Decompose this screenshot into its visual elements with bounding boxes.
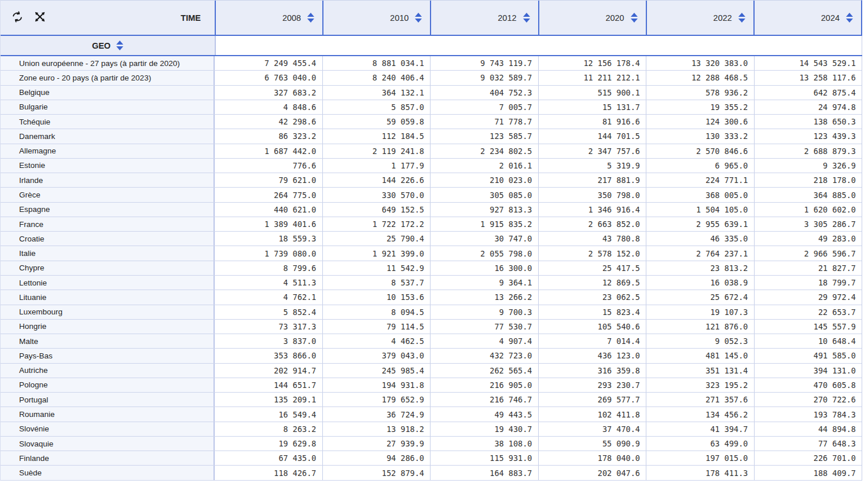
geo-cell: Malte: [1, 334, 215, 348]
sort-asc-arrow: [415, 13, 422, 17]
sort-asc-arrow: [738, 13, 745, 17]
value-cell: 327 683.2: [215, 86, 322, 100]
value-cell: 37 470.4: [538, 422, 646, 436]
value-cell: 22 653.7: [754, 305, 862, 319]
geo-cell: Lituanie: [1, 290, 215, 304]
geo-cell: Danemark: [1, 129, 215, 143]
table-row: Slovénie 8 263.2 13 918.2 19 430.7 37 47…: [1, 422, 862, 437]
value-cell: 59 059.8: [322, 115, 431, 129]
value-cell: 44 894.8: [754, 422, 862, 436]
time-header-row: TIME 2008 2010 2012 2020 2022 2024: [1, 0, 862, 36]
value-cell: 642 875.4: [754, 86, 862, 100]
value-cell: 16 038.9: [646, 276, 754, 290]
sort-desc-arrow: [307, 19, 314, 23]
column-header-2024[interactable]: 2024: [753, 1, 861, 35]
value-cell: 264 775.0: [215, 188, 322, 202]
value-cell: 42 298.6: [215, 115, 322, 129]
value-cell: 81 916.6: [538, 115, 646, 129]
value-cell: 12 156 178.4: [538, 56, 646, 70]
value-cell: 38 108.0: [430, 437, 538, 451]
value-cell: 217 881.9: [538, 173, 646, 187]
value-cell: 8 881 034.1: [322, 56, 431, 70]
geo-cell: Portugal: [1, 393, 215, 407]
geo-cell: Allemagne: [1, 144, 215, 158]
column-header-2012[interactable]: 2012: [430, 1, 538, 35]
value-cell: 178 040.0: [538, 451, 646, 465]
geo-cell: Union européenne - 27 pays (à partir de …: [1, 56, 215, 70]
value-cell: 25 417.5: [538, 261, 646, 275]
geo-cell: Zone euro - 20 pays (à partir de 2023): [1, 71, 215, 85]
geo-cell: Slovaquie: [1, 437, 215, 451]
geo-cell: Irlande: [1, 173, 215, 187]
sort-icon[interactable]: [116, 41, 123, 50]
value-cell: 9 326.9: [754, 159, 862, 173]
value-cell: 9 364.1: [430, 276, 538, 290]
sort-icon[interactable]: [846, 13, 853, 23]
value-cell: 11 542.9: [322, 261, 431, 275]
value-cell: 364 885.0: [754, 188, 862, 202]
table-row: Estonie 776.6 1 177.9 2 016.1 5 319.9 6 …: [1, 159, 862, 173]
value-cell: 515 900.1: [538, 86, 646, 100]
year-label: 2020: [605, 13, 624, 23]
table-row: Autriche 202 914.7 245 985.4 262 565.4 3…: [1, 364, 862, 378]
value-cell: 226 701.0: [754, 451, 862, 465]
value-cell: 12 288 468.5: [646, 71, 754, 85]
pivot-swap-icon: [11, 10, 24, 25]
value-cell: 11 211 212.1: [538, 71, 646, 85]
value-cell: 14 543 529.1: [754, 56, 862, 70]
column-header-2010[interactable]: 2010: [322, 1, 430, 35]
table-row: Italie 1 739 080.0 1 921 399.0 2 055 798…: [1, 246, 862, 261]
table-row: Pologne 144 651.7 194 931.8 216 905.0 29…: [1, 378, 862, 393]
value-cell: 216 905.0: [430, 378, 538, 392]
value-cell: 1 739 080.0: [215, 246, 322, 260]
column-header-2020[interactable]: 2020: [538, 1, 646, 35]
geo-cell: Slovénie: [1, 422, 215, 436]
geo-cell: Grèce: [1, 188, 215, 202]
value-cell: 19 107.3: [646, 305, 754, 319]
value-cell: 130 333.2: [646, 129, 754, 143]
value-cell: 144 701.5: [538, 129, 646, 143]
sort-icon[interactable]: [738, 13, 745, 23]
value-cell: 197 015.0: [646, 451, 754, 465]
value-cell: 4 511.3: [215, 276, 322, 290]
value-cell: 9 743 119.7: [430, 56, 538, 70]
value-cell: 2 119 241.8: [322, 144, 431, 158]
value-cell: 323 195.2: [646, 378, 754, 392]
value-cell: 2 578 152.0: [538, 246, 646, 260]
pivot-swap-button[interactable]: [10, 11, 24, 25]
value-cell: 102 411.8: [538, 407, 646, 421]
table-row: Slovaquie 19 629.8 27 939.9 38 108.0 55 …: [1, 437, 862, 451]
sort-icon[interactable]: [415, 13, 422, 23]
sort-icon[interactable]: [631, 13, 638, 23]
value-cell: 293 230.7: [538, 378, 646, 392]
table-row: Espagne 440 621.0 649 152.5 927 813.3 1 …: [1, 203, 862, 217]
geo-cell: Chypre: [1, 261, 215, 275]
value-cell: 121 876.0: [646, 320, 754, 334]
value-cell: 29 972.4: [754, 290, 862, 304]
geo-column-header[interactable]: GEO: [1, 36, 215, 55]
sort-asc-arrow: [846, 13, 853, 17]
value-cell: 1 921 399.0: [322, 246, 431, 260]
column-header-2008[interactable]: 2008: [215, 1, 322, 35]
value-cell: 330 570.0: [322, 188, 431, 202]
sort-icon[interactable]: [307, 13, 314, 23]
column-header-2022[interactable]: 2022: [646, 1, 753, 35]
value-cell: 73 317.3: [215, 320, 322, 334]
value-cell: 124 300.6: [646, 115, 754, 129]
value-cell: 776.6: [215, 159, 322, 173]
geo-cell: Espagne: [1, 203, 215, 217]
sort-desc-arrow: [415, 19, 422, 23]
year-label: 2008: [282, 13, 301, 23]
value-cell: 2 955 639.1: [646, 217, 754, 231]
value-cell: 1 389 401.6: [215, 217, 322, 231]
value-cell: 94 286.0: [322, 451, 431, 465]
value-cell: 118 426.7: [215, 466, 322, 479]
geo-cell: Roumanie: [1, 407, 215, 421]
value-cell: 144 651.7: [215, 378, 322, 392]
value-cell: 21 827.7: [754, 261, 862, 275]
sort-icon[interactable]: [523, 13, 530, 23]
expand-fullscreen-button[interactable]: [33, 11, 47, 25]
value-cell: 2 347 757.6: [538, 144, 646, 158]
geo-cell: Luxembourg: [1, 305, 215, 319]
value-cell: 5 857.0: [322, 100, 431, 114]
